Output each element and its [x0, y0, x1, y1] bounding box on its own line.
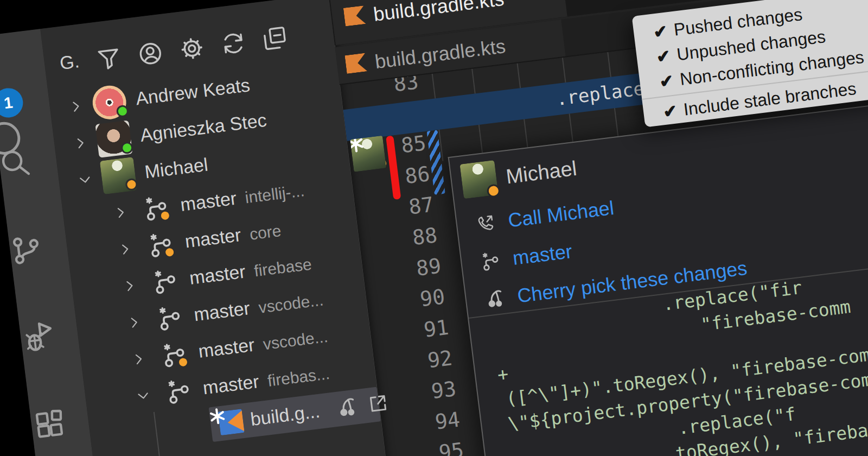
open-in-editor-icon[interactable]: [366, 391, 391, 416]
repository-name: vscode...: [258, 290, 324, 316]
checkmark-icon: ✔: [655, 45, 678, 67]
chevron-right-icon[interactable]: [73, 135, 88, 151]
collapse-all-icon[interactable]: [260, 24, 289, 53]
tree-item-label: Andrew Keats: [135, 74, 251, 110]
status-dot: [486, 183, 501, 198]
tree-item-label: mastercore: [184, 219, 283, 252]
repository-name: core: [248, 221, 282, 243]
chevron-right-icon[interactable]: [131, 351, 146, 367]
repository-name: intellij-...: [244, 181, 305, 206]
chevron-right-icon[interactable]: [117, 242, 133, 257]
line-number: 90: [398, 284, 446, 314]
settings-gear-icon[interactable]: [177, 34, 206, 63]
branch-icon: [163, 376, 194, 407]
hover-action-label: Call Michael: [507, 197, 615, 232]
chevron-right-icon[interactable]: [126, 315, 142, 331]
repository-name: firebas...: [266, 364, 330, 390]
chevron-right-icon[interactable]: [113, 205, 129, 220]
line-number: 88: [391, 223, 439, 252]
tilted-vscode-scene: 83848586878889909192939495 .replace( bui…: [0, 0, 868, 456]
branch-icon: [154, 302, 185, 334]
refresh-icon[interactable]: [219, 29, 247, 58]
filter-icon[interactable]: [94, 44, 123, 73]
gradle-flag-icon: [343, 5, 366, 26]
run-debug-icon[interactable]: [20, 318, 57, 356]
repository-name: firebase: [253, 255, 312, 280]
branch-icon: [478, 249, 502, 274]
chevron-right-icon[interactable]: [68, 99, 84, 115]
tree-item-label: masterintellij-...: [179, 179, 305, 216]
extensions-icon[interactable]: [31, 406, 69, 443]
tab-label: build.gradle.kts: [372, 0, 505, 26]
line-number: 91: [402, 315, 450, 345]
chevron-down-icon[interactable]: [77, 172, 93, 188]
line-number: 89: [394, 254, 443, 283]
teammate-name: Michael: [505, 157, 578, 189]
tree-item-label: masterfirebase: [188, 253, 313, 289]
diff-added-prefix: +: [496, 363, 509, 385]
hover-action-label: master: [512, 240, 573, 270]
chevron-right-icon[interactable]: [122, 278, 138, 294]
sidebar-title: G.: [59, 50, 80, 74]
cherry-pick-icon: [483, 287, 507, 311]
cherry-pick-icon[interactable]: [334, 395, 360, 420]
account-icon[interactable]: [136, 39, 165, 68]
line-number: 92: [406, 346, 454, 375]
gradle-flag-icon: [344, 53, 367, 74]
phone-outgoing-icon: [474, 212, 498, 236]
search-icon[interactable]: [0, 144, 33, 181]
notification-badge: 1: [0, 86, 24, 119]
chevron-down-icon[interactable]: [136, 388, 151, 404]
checkmark-icon: ✔: [652, 20, 675, 42]
gutter-teammate-avatar[interactable]: [350, 136, 386, 172]
line-number: 93: [410, 377, 458, 406]
checkmark-icon: ✔: [662, 99, 685, 122]
repository-name: vscode...: [262, 327, 329, 353]
line-number: 94: [413, 407, 462, 436]
checkmark-icon: ✔: [658, 69, 681, 92]
tree-item-label: Michael: [143, 154, 209, 183]
source-control-icon[interactable]: [8, 231, 45, 269]
line-number: 95: [417, 438, 465, 456]
live-edit-star-icon: [208, 407, 227, 426]
branch-icon: [149, 266, 181, 297]
